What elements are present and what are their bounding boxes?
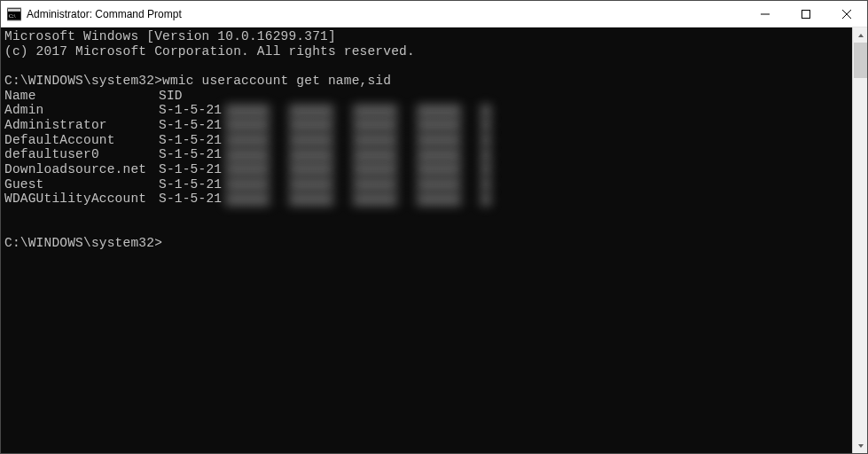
svg-marker-7 — [858, 34, 864, 37]
svg-rect-1 — [8, 9, 20, 12]
table-row: defaultuser0S-1-5-21 — [4, 147, 848, 162]
table-row: WDAGUtilityAccountS-1-5-21 — [4, 192, 848, 207]
titlebar[interactable]: C:\ Administrator: Command Prompt — [1, 1, 867, 27]
account-sid-prefix: S-1-5-21 — [159, 177, 222, 192]
window-controls — [745, 1, 867, 27]
redacted-sid — [225, 193, 491, 206]
redacted-sid — [225, 105, 491, 117]
svg-rect-4 — [802, 11, 810, 19]
terminal[interactable]: Microsoft Windows [Version 10.0.16299.37… — [1, 27, 852, 453]
scrollbar[interactable] — [852, 27, 867, 453]
close-button[interactable] — [826, 1, 867, 27]
copyright-line: (c) 2017 Microsoft Corporation. All righ… — [4, 44, 415, 59]
account-name: defaultuser0 — [4, 147, 159, 162]
table-row: AdminS-1-5-21 — [4, 103, 848, 118]
maximize-button[interactable] — [786, 1, 826, 27]
prompt-1: C:\WINDOWS\system32> — [4, 74, 162, 88]
version-line: Microsoft Windows [Version 10.0.16299.37… — [4, 29, 336, 43]
window-title: Administrator: Command Prompt — [27, 8, 745, 20]
table-row: DefaultAccountS-1-5-21 — [4, 133, 848, 148]
account-name: WDAGUtilityAccount — [4, 192, 159, 207]
account-name: Administrator — [4, 118, 159, 133]
account-sid-prefix: S-1-5-21 — [159, 147, 222, 162]
account-sid-prefix: S-1-5-21 — [159, 192, 222, 207]
scroll-up-button[interactable] — [853, 27, 868, 43]
account-name: Guest — [4, 177, 159, 192]
redacted-sid — [225, 178, 491, 191]
account-sid-prefix: S-1-5-21 — [159, 118, 222, 133]
scroll-track[interactable] — [853, 43, 867, 438]
svg-marker-8 — [858, 444, 864, 448]
prompt-2: C:\WINDOWS\system32> — [4, 236, 162, 250]
command-1: wmic useraccount get name,sid — [162, 74, 391, 88]
account-sid-prefix: S-1-5-21 — [159, 103, 222, 118]
scroll-thumb[interactable] — [854, 43, 867, 78]
scroll-down-button[interactable] — [853, 438, 868, 453]
terminal-area: Microsoft Windows [Version 10.0.16299.37… — [1, 27, 867, 453]
redacted-sid — [225, 163, 491, 176]
account-name: Downloadsource.net — [4, 162, 159, 177]
svg-text:C:\: C:\ — [9, 13, 16, 19]
redacted-sid — [225, 149, 491, 161]
minimize-button[interactable] — [745, 1, 786, 27]
account-sid-prefix: S-1-5-21 — [159, 133, 222, 148]
table-row: Downloadsource.netS-1-5-21 — [4, 162, 848, 177]
header-name: Name — [4, 89, 159, 104]
account-sid-prefix: S-1-5-21 — [159, 162, 222, 177]
table-row: AdministratorS-1-5-21 — [4, 118, 848, 133]
account-name: Admin — [4, 103, 159, 118]
table-row: GuestS-1-5-21 — [4, 177, 848, 192]
redacted-sid — [225, 134, 491, 146]
cmd-icon: C:\ — [7, 7, 21, 21]
redacted-sid — [225, 119, 491, 131]
header-sid: SID — [159, 89, 183, 104]
account-name: DefaultAccount — [4, 133, 159, 148]
